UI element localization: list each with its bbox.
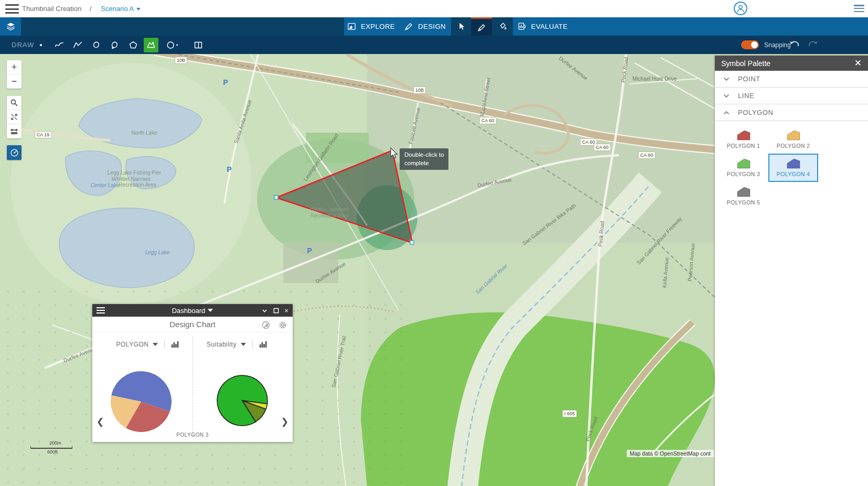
chevron-down-icon: [262, 308, 267, 314]
tab-evaluate[interactable]: EVALUATE: [513, 17, 572, 36]
dashboard-subtitle-row: Design Chart: [92, 317, 293, 332]
section-polygon-label: POLYGON: [738, 109, 774, 116]
dashboard-gauge-button[interactable]: [7, 145, 22, 160]
visibility-off-button[interactable]: [261, 320, 271, 330]
gear-icon: [278, 320, 287, 330]
carousel-next-button[interactable]: ❯: [281, 416, 288, 427]
section-point[interactable]: POINT: [715, 71, 868, 88]
undo-button[interactable]: [788, 39, 801, 50]
zoom-in-button[interactable]: +: [7, 60, 22, 74]
polygon-swatch-icon: [737, 130, 751, 141]
tool-fill[interactable]: [492, 17, 513, 36]
chevron-down-icon: [723, 93, 730, 99]
section-line[interactable]: LINE: [715, 88, 868, 104]
bar-chart-icon[interactable]: [171, 341, 179, 348]
explore-map-icon: [347, 21, 357, 31]
map-attribution: Map data © OpenStreetMap cont: [627, 450, 714, 457]
polygon-swatch-icon: [787, 158, 800, 169]
main-menu-icon[interactable]: [5, 4, 19, 14]
tool-polygon-outline[interactable]: [126, 38, 141, 52]
dashboard-menu-icon[interactable]: [97, 307, 105, 314]
swatch-polygon-5[interactable]: POLYGON 5: [719, 182, 768, 210]
settings-button[interactable]: [278, 320, 287, 330]
app-header: Thumbnail Creation / Scenario A: [0, 0, 868, 17]
chevron-up-icon: [723, 110, 730, 116]
zoom-out-button[interactable]: −: [7, 74, 22, 89]
tab-design[interactable]: DESIGN: [399, 17, 451, 36]
extent-arrows-icon: [10, 113, 18, 121]
user-avatar[interactable]: [734, 2, 747, 15]
zoom-controls: + −: [7, 60, 22, 89]
scale-metric: 200m: [49, 440, 72, 446]
left-chart-field[interactable]: POLYGON: [116, 341, 149, 348]
tool-freehand-line[interactable]: [52, 38, 67, 52]
tool-draw[interactable]: [471, 17, 492, 36]
snapping-toggle[interactable]: [741, 40, 759, 49]
vertex-handle[interactable]: [410, 241, 414, 244]
maximize-icon: [273, 308, 279, 314]
polygon-swatch-grid: POLYGON 1POLYGON 2POLYGON 3POLYGON 4POLY…: [719, 125, 868, 210]
tab-explore[interactable]: EXPLORE: [344, 17, 398, 36]
dashboard-chart-area: ❮ ❯ POLYGON Suitability: [92, 332, 293, 441]
section-polygon[interactable]: POLYGON: [715, 104, 868, 121]
chart-footer-label: POLYGON 3: [92, 432, 293, 438]
close-button[interactable]: ×: [281, 304, 292, 317]
swatch-polygon-3[interactable]: POLYGON 3: [719, 154, 768, 182]
carousel-prev-button[interactable]: ❮: [97, 416, 104, 427]
bar-chart-icon[interactable]: [259, 341, 267, 348]
draw-mode-label: DRAW: [12, 41, 34, 49]
polygon-swatch-icon: [737, 158, 751, 169]
tooltip-line2: complete: [404, 159, 444, 168]
tool-rectangle[interactable]: [191, 38, 206, 52]
section-line-label: LINE: [738, 92, 754, 100]
chart-divider: [192, 337, 193, 436]
tab-design-label: DESIGN: [418, 23, 446, 30]
redo-button[interactable]: [807, 39, 819, 50]
polygon-swatch-icon: [737, 187, 751, 197]
dashboard-chart-title: Design Chart: [169, 320, 216, 329]
chevron-down-icon[interactable]: [208, 309, 213, 312]
tool-freehand-polygon[interactable]: [89, 38, 103, 52]
chevron-down-icon[interactable]: [153, 343, 158, 346]
tool-polygon-active[interactable]: [144, 38, 158, 52]
tool-circle[interactable]: [162, 38, 182, 52]
right-chart-field[interactable]: Suitability: [207, 341, 237, 348]
tooltip-line1: Double-click to: [404, 151, 444, 159]
dashboard-titlebar[interactable]: Dashboard ×: [92, 304, 293, 317]
breadcrumb: Thumbnail Creation / Scenario A: [22, 5, 141, 13]
right-chart-header: Suitability: [195, 338, 279, 351]
tool-point[interactable]: [34, 38, 48, 52]
primary-nav: EXPLORE DESIGN EVALUATE: [0, 17, 868, 36]
swatch-polygon-4[interactable]: POLYGON 4: [768, 154, 818, 182]
breadcrumb-project[interactable]: Thumbnail Creation: [22, 5, 81, 13]
scale-imperial: 600ft: [47, 449, 72, 455]
polygon-pie-chart[interactable]: [110, 370, 173, 433]
vertex-handle[interactable]: [274, 196, 278, 199]
tool-freehand-polygon-node[interactable]: [107, 38, 122, 52]
undo-icon: [788, 39, 801, 50]
measure-button[interactable]: [7, 124, 22, 138]
swatch-polygon-1[interactable]: POLYGON 1: [719, 125, 768, 154]
snapping-label: Snapping: [764, 41, 791, 49]
measure-icon: [10, 127, 18, 136]
left-chart-header: POLYGON: [106, 338, 190, 351]
tool-select[interactable]: [451, 17, 471, 36]
layers-button[interactable]: [0, 17, 21, 36]
gauge-icon: [10, 148, 19, 157]
cursor-icon: [456, 21, 466, 31]
symbol-palette-title: Symbol Palette: [721, 59, 770, 68]
breadcrumb-separator: /: [90, 5, 92, 13]
close-icon[interactable]: ✕: [854, 59, 862, 68]
draw-tooltip: Double-click to complete: [400, 148, 448, 170]
chevron-down-icon[interactable]: [241, 343, 246, 346]
suitability-pie-chart[interactable]: [216, 374, 269, 427]
search-button[interactable]: [7, 96, 22, 110]
apps-menu-icon[interactable]: [854, 5, 864, 12]
maximize-button[interactable]: [271, 304, 281, 317]
scenario-selector[interactable]: Scenario A: [101, 5, 134, 13]
symbol-palette-header: Symbol Palette ✕: [715, 56, 868, 71]
extent-button[interactable]: [7, 110, 22, 124]
swatch-polygon-2[interactable]: POLYGON 2: [768, 125, 818, 154]
tool-polyline[interactable]: [70, 38, 85, 52]
collapse-button[interactable]: [259, 304, 270, 317]
